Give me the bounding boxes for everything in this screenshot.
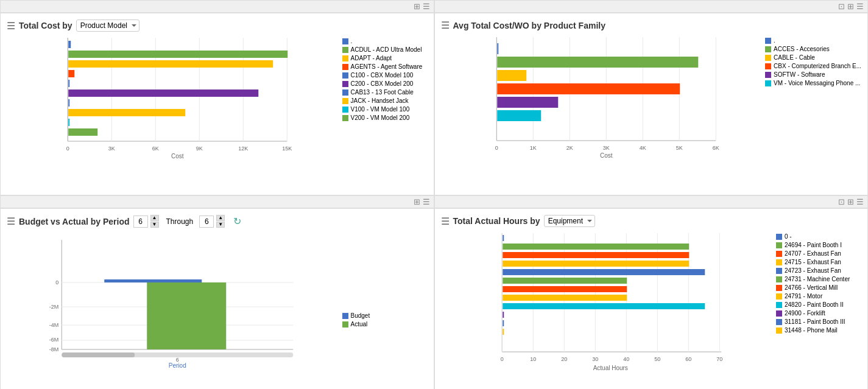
menu-icon-bot-left[interactable]: ☰ [423,197,430,206]
panel2-legend: . ACCES - Accesories CABLE - Cable CBX -… [765,37,861,161]
panel3-hamburger[interactable]: ☰ [7,216,15,227]
panel4-header: ☰ Total Actual Hours by Equipment [441,215,862,227]
p4-ll-11: 31448 - Phone Mail [785,327,838,334]
p4-bar-2 [503,252,689,258]
legend-color-7 [342,98,348,104]
legend-label-7: JACK - Handset Jack [351,97,409,104]
panel1-header: ☰ Total Cost by Product Model [7,19,428,32]
panel1-dropdown[interactable]: Product Model [76,19,139,32]
p4-legend-3: 24715 - Exhaust Fan [776,259,861,265]
grid-icon-top-left[interactable]: ⊞ [414,2,420,11]
p2-bar-5 [497,110,541,121]
p4-ll-2: 24707 - Exhaust Fan [785,250,841,257]
svg-text:0: 0 [66,145,69,152]
maximize-icon-top-right[interactable]: ⊡ [838,2,845,11]
p3-lc-0 [342,313,348,319]
p2-lc-2 [765,55,771,61]
maximize-icon-bot-right[interactable]: ⊡ [838,197,845,206]
p2-legend-1: ACCES - Accesories [765,46,861,52]
grid-icon-top-right[interactable]: ⊞ [847,2,854,11]
p4-ll-10: 31181 - Paint Booth III [785,318,845,325]
through-controls: 6 ▲ ▼ [199,215,225,228]
p3-legend-0: Budget [342,312,428,319]
svg-text:60: 60 [685,356,691,362]
menu-icon-top-right[interactable]: ☰ [856,2,864,11]
panel4-svg: 0 10 20 30 40 50 60 70 Actual Hours [441,233,771,373]
p4-bar-8 [503,303,705,309]
through-down[interactable]: ▼ [216,222,225,228]
legend-item-7: JACK - Handset Jack [342,97,428,104]
period-value[interactable]: 6 [133,216,148,228]
svg-text:Actual Hours: Actual Hours [593,365,627,371]
legend-label-3: AGENTS - Agent Software [351,63,423,70]
period-spinners: ▲ ▼ [150,215,159,228]
through-up[interactable]: ▲ [216,215,225,221]
panel2-hamburger[interactable]: ☰ [441,19,450,31]
p4-legend-9: 24900 - Forklift [776,310,861,317]
p3-ll-1: Actual [351,321,368,328]
panel3-title: Budget vs Actual by Period [19,217,130,226]
svg-text:3K: 3K [108,145,115,152]
p2-ll-3: CBX - Computerized Branch E... [774,63,861,69]
legend-label-2: ADAPT - Adapt [351,55,392,61]
legend-item-9: V200 - VM Model 200 [342,114,428,121]
grid-icon-bot-right[interactable]: ⊞ [847,197,854,206]
p4-ll-3: 24715 - Exhaust Fan [785,259,841,265]
legend-color-2 [342,55,348,61]
actual-bar [147,282,226,349]
svg-text:70: 70 [716,356,722,362]
bar-2 [68,60,273,68]
p4-legend-1: 24694 - Paint Booth I [776,242,861,248]
scrollbar-thumb[interactable] [62,352,135,357]
panel2-svg: 0 1K 2K 3K 4K 5K 6K Cost [441,37,760,159]
p4-ll-5: 24731 - Machine Center [785,276,850,282]
panel4-dropdown[interactable]: Equipment [544,215,595,227]
legend-label-9: V200 - VM Model 200 [351,114,410,121]
p4-legend-5: 24731 - Machine Center [776,276,861,282]
svg-text:4K: 4K [639,145,646,151]
svg-text:40: 40 [623,356,629,362]
menu-icon-top-left[interactable]: ☰ [423,2,430,11]
period-up[interactable]: ▲ [150,215,159,221]
bar-3 [68,70,74,77]
p2-ll-4: SOFTW - Software [774,71,825,78]
svg-text:Cost: Cost [599,152,612,159]
p4-lc-7 [776,293,782,300]
svg-text:5K: 5K [676,145,682,151]
panel1-title: Total Cost by [19,21,72,30]
svg-text:3K: 3K [602,145,609,151]
p4-bar-4 [503,269,705,275]
bar-4 [68,80,69,87]
period-controls: 6 ▲ ▼ [133,215,159,228]
menu-icon-bot-right[interactable]: ☰ [856,197,864,206]
through-value[interactable]: 6 [199,216,214,228]
grid-icon-bot-left[interactable]: ⊞ [414,197,420,206]
panel2-title: Avg Total Cost/WO by Product Family [453,21,605,30]
p4-legend-0: 0 - [776,233,861,240]
legend-item-4: C100 - CBX Model 100 [342,72,428,79]
legend-label-0: . [351,38,353,44]
refresh-icon[interactable]: ↻ [233,216,241,227]
period-down[interactable]: ▼ [150,222,159,228]
legend-item-2: ADAPT - Adapt [342,55,428,61]
p4-lc-4 [776,268,782,274]
panel4-hamburger[interactable]: ☰ [441,216,450,227]
p2-bar-3 [497,83,680,94]
bar-9 [68,128,97,136]
p4-ll-4: 24723 - Exhaust Fan [785,267,841,274]
p4-legend-2: 24707 - Exhaust Fan [776,250,861,257]
legend-item-1: ACDUL - ACD Ultra Model [342,46,428,53]
legend-label-5: C200 - CBX Model 200 [351,80,414,87]
legend-item-0: . [342,38,428,44]
p4-lc-6 [776,285,782,291]
panel1-legend: . ACDUL - ACD Ultra Model ADAPT - Adapt … [342,38,428,161]
p2-legend-2: CABLE - Cable [765,54,861,61]
p4-bar-6 [503,286,627,292]
svg-text:-8M: -8M [49,346,59,352]
legend-color-4 [342,72,348,79]
panel1-hamburger[interactable]: ☰ [7,20,15,32]
p2-legend-3: CBX - Computerized Branch E... [765,63,861,69]
p2-lc-1 [765,46,771,52]
p4-bar-1 [503,244,689,250]
legend-item-3: AGENTS - Agent Software [342,63,428,70]
